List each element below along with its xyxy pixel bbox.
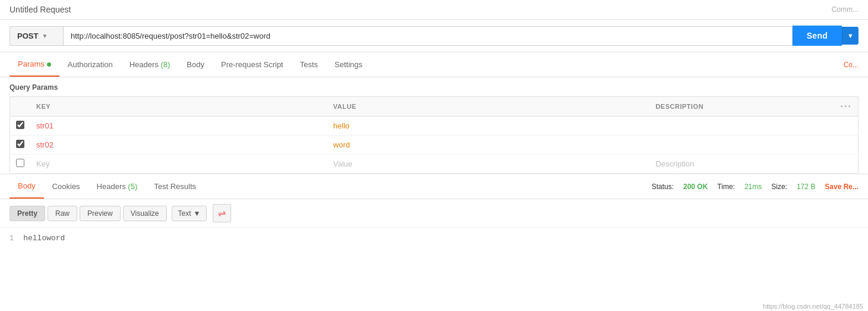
row1-checkbox-cell [10, 117, 31, 136]
newrow-value[interactable]: Value [327, 155, 650, 174]
response-content: helloword [23, 234, 65, 243]
tab-settings[interactable]: Settings [326, 53, 371, 76]
response-format-bar: Pretty Raw Preview Visualize Text ▼ ⇌ [0, 199, 868, 228]
tab-response-body-label: Body [18, 181, 36, 190]
method-chevron-icon: ▼ [42, 33, 48, 39]
row2-checkbox[interactable] [16, 140, 24, 148]
response-body: 1helloword [0, 228, 868, 249]
wrap-button[interactable]: ⇌ [213, 204, 231, 222]
tab-cookies[interactable]: Cookies [44, 175, 89, 198]
response-status-bar: Status: 200 OK Time: 21ms Size: 172 B Sa… [652, 183, 858, 191]
col-more-header: ··· [835, 97, 858, 117]
tab-response-body[interactable]: Body [10, 174, 44, 199]
size-value: 172 B [797, 183, 815, 191]
newrow-description[interactable]: Description [649, 155, 834, 174]
type-select[interactable]: Text ▼ [172, 206, 207, 221]
row2-description[interactable] [649, 136, 834, 155]
wrap-icon: ⇌ [218, 208, 226, 218]
query-params-title: Query Params [10, 83, 858, 92]
col-checkbox [10, 97, 31, 117]
row2-key[interactable]: str02 [30, 136, 327, 155]
tab-prerequest[interactable]: Pre-request Script [213, 53, 292, 76]
col-value-header: VALUE [327, 97, 650, 117]
response-tabs-bar: Body Cookies Headers (5) Test Results St… [0, 174, 868, 199]
status-value: 200 OK [683, 183, 708, 191]
row1-more [835, 117, 858, 136]
tab-test-results[interactable]: Test Results [146, 175, 204, 198]
table-row-placeholder: Key Value Description [10, 155, 858, 174]
row2-more [835, 136, 858, 155]
tab-tests-label: Tests [300, 60, 318, 69]
size-label: Size: [771, 183, 787, 191]
format-visualize-button[interactable]: Visualize [123, 206, 167, 221]
response-headers-badge: (5) [128, 182, 137, 191]
method-label: POST [17, 32, 38, 40]
tab-headers[interactable]: Headers (8) [121, 53, 179, 76]
format-pretty-button[interactable]: Pretty [10, 206, 45, 221]
row1-description[interactable] [649, 117, 834, 136]
row1-checkbox[interactable] [16, 121, 24, 129]
url-bar: POST ▼ Send ▼ [0, 20, 868, 52]
more-options-icon[interactable]: ··· [841, 101, 852, 111]
format-raw-button[interactable]: Raw [48, 206, 77, 221]
table-row: str01 hello [10, 117, 858, 136]
request-tabs-bar: Params Authorization Headers (8) Body Pr… [0, 52, 868, 77]
tab-params[interactable]: Params [10, 52, 59, 77]
send-button-group: Send ▼ [793, 26, 858, 46]
tab-params-label: Params [18, 59, 45, 68]
tab-tests[interactable]: Tests [292, 53, 326, 76]
status-label: Status: [652, 183, 674, 191]
format-preview-button[interactable]: Preview [80, 206, 121, 221]
newrow-checkbox-cell [10, 155, 31, 174]
type-select-label: Text [178, 209, 191, 218]
newrow-checkbox[interactable] [16, 159, 24, 167]
newrow-more [835, 155, 858, 174]
tab-response-headers-label: Headers [97, 182, 128, 191]
time-label: Time: [717, 183, 735, 191]
tab-authorization[interactable]: Authorization [59, 53, 121, 76]
send-dropdown-button[interactable]: ▼ [842, 27, 858, 45]
row2-checkbox-cell [10, 136, 31, 155]
type-select-chevron-icon: ▼ [194, 209, 201, 218]
tab-headers-label: Headers [130, 60, 161, 69]
row2-value[interactable]: word [327, 136, 650, 155]
title-bar: Untitled Request Comm... [0, 0, 868, 20]
send-button[interactable]: Send [793, 26, 842, 46]
cookies-tab-right[interactable]: Co... [844, 61, 858, 69]
table-row: str02 word [10, 136, 858, 155]
line-number-1: 1 [10, 234, 14, 243]
comment-button[interactable]: Comm... [832, 5, 858, 14]
method-select[interactable]: POST ▼ [10, 26, 63, 46]
query-params-section: Query Params KEY VALUE DESCRIPTION ··· s… [0, 77, 868, 174]
url-input[interactable] [63, 26, 793, 46]
params-active-dot [47, 62, 51, 67]
tab-test-results-label: Test Results [154, 182, 196, 191]
row1-value[interactable]: hello [327, 117, 650, 136]
tab-response-headers[interactable]: Headers (5) [89, 175, 146, 198]
tab-prerequest-label: Pre-request Script [221, 60, 283, 69]
request-title: Untitled Request [10, 5, 71, 14]
newrow-key[interactable]: Key [30, 155, 327, 174]
headers-badge: (8) [160, 60, 170, 69]
tab-body-label: Body [187, 60, 204, 69]
save-response-button[interactable]: Save Re... [825, 183, 858, 191]
row1-key[interactable]: str01 [30, 117, 327, 136]
params-table: KEY VALUE DESCRIPTION ··· str01 hello [10, 96, 858, 174]
tab-settings-label: Settings [334, 60, 362, 69]
col-description-header: DESCRIPTION [649, 97, 834, 117]
response-section: Body Cookies Headers (5) Test Results St… [0, 174, 868, 249]
tab-cookies-label: Cookies [52, 182, 80, 191]
tab-authorization-label: Authorization [68, 60, 113, 69]
time-value: 21ms [744, 183, 762, 191]
col-key-header: KEY [30, 97, 327, 117]
tab-body[interactable]: Body [178, 53, 213, 76]
